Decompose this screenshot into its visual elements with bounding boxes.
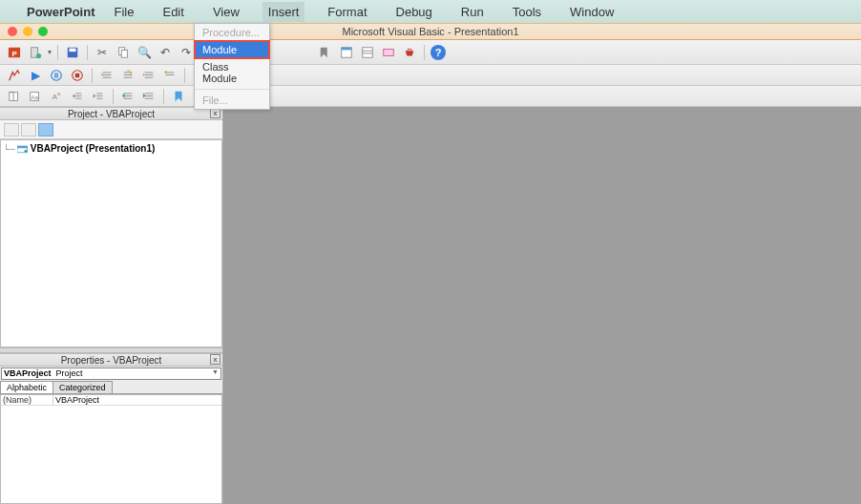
menu-tools[interactable]: Tools bbox=[507, 2, 547, 22]
svg-rect-21 bbox=[103, 74, 112, 75]
toggle-breakpoint-icon[interactable] bbox=[6, 67, 23, 84]
help-icon[interactable]: ? bbox=[430, 45, 446, 60]
svg-rect-39 bbox=[75, 93, 81, 94]
powerpoint-icon[interactable]: P bbox=[6, 44, 23, 61]
toolbar-separator bbox=[92, 68, 93, 83]
properties-object-combo-wrap: VBAProject Project ▼ bbox=[0, 367, 222, 381]
toolbar-separator bbox=[163, 89, 164, 104]
standard-toolbar: P ▾ ✂ 🔍 ↶ ↷ ▶ ? bbox=[0, 40, 861, 65]
svg-rect-45 bbox=[124, 93, 133, 94]
redo-icon[interactable]: ↷ bbox=[178, 44, 195, 61]
save-icon[interactable] bbox=[64, 44, 81, 61]
svg-rect-42 bbox=[96, 93, 102, 94]
menu-run[interactable]: Run bbox=[455, 2, 490, 22]
menu-insert[interactable]: Insert bbox=[262, 2, 305, 22]
project-toolbar bbox=[0, 120, 222, 139]
run-to-cursor-icon[interactable] bbox=[161, 67, 178, 84]
properties-tabs: Alphabetic Categorized bbox=[0, 381, 222, 394]
toggle-folders-icon[interactable] bbox=[38, 123, 53, 136]
insert-file[interactable]: File... bbox=[195, 92, 269, 109]
project-explorer-icon[interactable] bbox=[338, 44, 355, 61]
design-mode-icon[interactable] bbox=[317, 44, 334, 61]
view-code-icon[interactable] bbox=[4, 123, 19, 136]
svg-text:P: P bbox=[11, 49, 16, 57]
svg-rect-50 bbox=[145, 97, 154, 98]
svg-rect-24 bbox=[124, 74, 133, 75]
tree-item-vbaproject[interactable]: └─ VBAProject (Presentation1) bbox=[3, 142, 220, 155]
window-minimize-button[interactable] bbox=[23, 27, 32, 36]
stop-icon[interactable] bbox=[69, 67, 86, 84]
properties-object-combo[interactable]: VBAProject Project ▼ bbox=[1, 368, 221, 380]
undo-icon[interactable]: ↶ bbox=[157, 44, 174, 61]
property-row-name[interactable]: (Name) VBAProject bbox=[1, 395, 221, 406]
svg-rect-30 bbox=[166, 74, 175, 75]
svg-rect-16 bbox=[54, 73, 55, 77]
properties-pane: Properties - VBAProject x VBAProject Pro… bbox=[0, 353, 222, 504]
comment-block-icon[interactable] bbox=[119, 88, 136, 105]
step-into-icon[interactable] bbox=[98, 67, 116, 84]
insert-item-icon[interactable] bbox=[27, 44, 44, 61]
menu-debug[interactable]: Debug bbox=[390, 2, 438, 22]
insert-module[interactable]: Module bbox=[195, 41, 269, 58]
menubar-app-name[interactable]: PowerPoint bbox=[27, 5, 95, 19]
menu-file[interactable]: File bbox=[109, 2, 140, 22]
pause-icon[interactable] bbox=[48, 67, 65, 84]
list-constants-icon[interactable]: Aa bbox=[27, 88, 44, 105]
indent-icon[interactable] bbox=[69, 88, 86, 105]
window-traffic-lights bbox=[0, 27, 48, 36]
left-pane: Project - VBAProject x └─ VBAProject (Pr… bbox=[0, 107, 223, 504]
svg-rect-10 bbox=[342, 47, 352, 50]
svg-rect-20 bbox=[103, 72, 112, 73]
svg-rect-41 bbox=[75, 97, 81, 98]
tab-categorized[interactable]: Categorized bbox=[52, 381, 113, 393]
properties-window-icon[interactable] bbox=[359, 44, 376, 61]
menu-format[interactable]: Format bbox=[322, 2, 372, 22]
svg-rect-47 bbox=[124, 97, 133, 98]
svg-point-15 bbox=[52, 70, 62, 80]
project-explorer-tree[interactable]: └─ VBAProject (Presentation1) bbox=[0, 139, 222, 347]
svg-rect-25 bbox=[124, 76, 133, 77]
window-title: Microsoft Visual Basic - Presentation1 bbox=[0, 26, 861, 37]
toolbar-separator bbox=[87, 45, 88, 60]
menu-edit[interactable]: Edit bbox=[157, 2, 189, 22]
svg-rect-49 bbox=[145, 95, 154, 96]
code-area bbox=[223, 107, 861, 504]
toggle-bookmark-icon[interactable] bbox=[170, 88, 187, 105]
window-maximize-button[interactable] bbox=[38, 27, 48, 36]
step-over-icon[interactable] bbox=[119, 67, 136, 84]
menu-window[interactable]: Window bbox=[564, 2, 620, 22]
window-close-button[interactable] bbox=[8, 27, 17, 36]
quick-info-icon[interactable]: Aa bbox=[48, 88, 65, 105]
uncomment-block-icon[interactable] bbox=[140, 88, 158, 105]
step-out-icon[interactable] bbox=[140, 67, 158, 84]
insert-separator bbox=[195, 89, 269, 90]
copy-icon[interactable] bbox=[115, 44, 132, 61]
properties-pane-close-button[interactable]: x bbox=[210, 354, 220, 365]
vba-project-icon bbox=[17, 144, 29, 154]
property-value[interactable]: VBAProject bbox=[53, 395, 221, 405]
svg-rect-17 bbox=[56, 73, 57, 77]
toolbar-dropdown-arrow-icon[interactable]: ▾ bbox=[48, 48, 52, 56]
svg-point-3 bbox=[36, 52, 41, 57]
find-icon[interactable]: 🔍 bbox=[136, 44, 153, 61]
toolbox-icon[interactable] bbox=[401, 44, 418, 61]
debug-toolbar: ▶ bbox=[0, 65, 861, 86]
window-titlebar: Microsoft Visual Basic - Presentation1 bbox=[0, 23, 861, 40]
project-pane-header: Project - VBAProject x bbox=[0, 107, 222, 120]
list-properties-icon[interactable] bbox=[6, 88, 23, 105]
toolbar-separator bbox=[113, 89, 114, 104]
insert-class-module[interactable]: Class Module bbox=[195, 58, 269, 87]
insert-procedure[interactable]: Procedure... bbox=[195, 24, 269, 41]
outdent-icon[interactable] bbox=[90, 88, 107, 105]
object-browser-icon[interactable] bbox=[380, 44, 397, 61]
play-icon[interactable]: ▶ bbox=[27, 67, 44, 84]
svg-rect-19 bbox=[75, 73, 79, 76]
view-object-icon[interactable] bbox=[21, 123, 36, 136]
toolbar-separator bbox=[184, 68, 185, 83]
cut-icon[interactable]: ✂ bbox=[94, 44, 111, 61]
menu-view[interactable]: View bbox=[207, 2, 245, 22]
tab-alphabetic[interactable]: Alphabetic bbox=[0, 381, 53, 393]
properties-grid[interactable]: (Name) VBAProject bbox=[0, 394, 222, 504]
toolbar-separator bbox=[424, 45, 425, 60]
properties-pane-title: Properties - VBAProject bbox=[61, 355, 162, 366]
